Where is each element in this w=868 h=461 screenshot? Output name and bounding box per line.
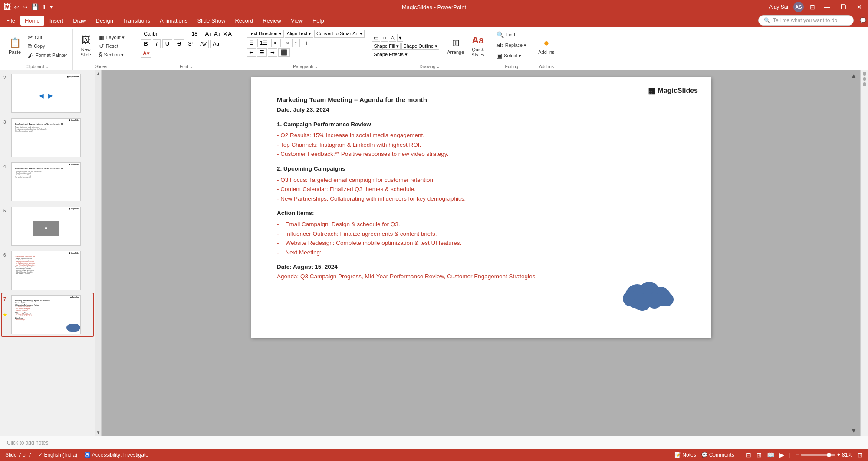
section-button[interactable]: § Section ▾: [97, 50, 126, 59]
copy-button[interactable]: ⧉ Copy: [26, 42, 69, 51]
menu-draw[interactable]: Draw: [69, 16, 90, 26]
slide-panel: 2 ▦ MagicSlides ◀ ▶ 3 ▦ MagicSlides Prof…: [0, 70, 95, 436]
normal-view-btn[interactable]: ⊟: [746, 451, 751, 458]
align-right-btn[interactable]: ➡: [268, 48, 277, 57]
reading-view-btn[interactable]: 📖: [767, 451, 774, 458]
minimize-btn[interactable]: —: [821, 3, 832, 11]
customize-btn[interactable]: ▾: [50, 4, 53, 10]
justify-btn[interactable]: ⬛: [278, 48, 290, 57]
convert-smartart-btn[interactable]: Convert to SmartArt ▾: [314, 30, 365, 38]
comments-btn-label: Comments: [709, 452, 734, 458]
numbering-btn[interactable]: 1☰: [257, 39, 270, 47]
slide-num-3: 3: [3, 120, 10, 125]
bullets-btn[interactable]: ☰: [247, 39, 256, 47]
slide-date: Date: July 23, 2024: [277, 105, 685, 115]
font-family-input[interactable]: Calibri: [141, 30, 184, 38]
shape-triangle[interactable]: △: [389, 34, 396, 42]
zoom-out-btn[interactable]: −: [796, 452, 799, 458]
menu-slideshow[interactable]: Slide Show: [193, 16, 230, 26]
menu-help[interactable]: Help: [308, 16, 329, 26]
slide-sorter-btn[interactable]: ⊞: [756, 451, 762, 458]
menu-home[interactable]: Home: [20, 16, 44, 26]
menu-design[interactable]: Design: [92, 16, 118, 26]
notes-btn[interactable]: 📝 Notes: [674, 452, 696, 458]
slide-thumb-7[interactable]: 7 ▦ MagicSlides Marketing Team Meeting –…: [2, 293, 93, 336]
replace-button[interactable]: ab Replace ▾: [495, 41, 528, 49]
font-size-input[interactable]: 18: [186, 30, 203, 38]
comments-icon[interactable]: 💬: [860, 17, 866, 23]
addins-button[interactable]: ● Add-ins: [536, 33, 557, 59]
tell-me-input[interactable]: 🔍 Tell me what you want to do: [758, 15, 854, 26]
columns-btn[interactable]: ⫼: [301, 39, 311, 47]
slideshow-btn[interactable]: ▶: [779, 451, 784, 458]
shape-effects-btn[interactable]: Shape Effects ▾: [372, 51, 409, 58]
menu-animations[interactable]: Animations: [155, 16, 192, 26]
italic-btn[interactable]: I: [153, 39, 161, 48]
strikethrough-btn[interactable]: S: [174, 39, 184, 48]
zoom-slider[interactable]: [801, 454, 835, 456]
align-center-btn[interactable]: ☰: [257, 48, 267, 57]
underline-btn[interactable]: U: [162, 39, 173, 48]
quick-save-btn[interactable]: ⬆: [42, 4, 46, 10]
redo-btn[interactable]: ↪: [23, 3, 28, 10]
paste-button[interactable]: 📋 Paste: [5, 33, 24, 59]
font-increase-btn[interactable]: A↑: [205, 30, 212, 37]
notes-bar[interactable]: Click to add notes: [0, 436, 868, 449]
arrange-button[interactable]: ⊞ Arrange: [444, 33, 467, 59]
new-slide-button[interactable]: 🖼 NewSlide: [76, 33, 95, 59]
fit-slide-btn[interactable]: ⊡: [858, 451, 863, 458]
shape-circle[interactable]: ○: [381, 34, 388, 42]
zoom-in-btn[interactable]: +: [837, 452, 840, 458]
user-avatar[interactable]: AS: [793, 2, 804, 12]
ribbon-display-btn[interactable]: ⊟: [810, 3, 815, 10]
accessibility-btn[interactable]: ♿ Accessibility: Investigate: [84, 452, 148, 458]
align-left-btn[interactable]: ⬅: [247, 48, 256, 57]
shape-rect[interactable]: ▭: [372, 34, 380, 42]
text-shadow-btn[interactable]: S⁺: [186, 40, 196, 48]
comments-btn[interactable]: 💬 Comments: [701, 452, 734, 458]
close-btn[interactable]: ✕: [854, 3, 865, 11]
maximize-btn[interactable]: ⧠: [838, 3, 849, 11]
quick-styles-button[interactable]: Aa QuickStyles: [468, 33, 487, 59]
format-painter-button[interactable]: 🖌 Format Painter: [26, 51, 69, 59]
find-button[interactable]: 🔍 Find: [495, 30, 516, 39]
undo-btn[interactable]: ↩: [14, 3, 19, 10]
menu-file[interactable]: File: [2, 16, 20, 26]
menu-insert[interactable]: Insert: [45, 16, 68, 26]
slide-thumb-5[interactable]: 5 ▦ MagicSlides 🏔: [2, 205, 93, 247]
scroll-down-arrow[interactable]: ▼: [96, 430, 101, 435]
menu-review[interactable]: Review: [258, 16, 286, 26]
clear-format-btn[interactable]: ✕A: [223, 30, 232, 37]
menu-view[interactable]: View: [286, 16, 307, 26]
format-painter-icon: 🖌: [28, 52, 34, 59]
menu-record[interactable]: Record: [230, 16, 257, 26]
slide-thumb-3[interactable]: 3 ▦ MagicSlides Professional Presentatio…: [2, 116, 93, 159]
scroll-down-canvas[interactable]: ▼: [851, 427, 857, 434]
reset-button[interactable]: ↺ Reset: [97, 42, 126, 50]
scroll-up-canvas[interactable]: ▲: [851, 72, 857, 79]
cut-button[interactable]: ✂ Cut: [26, 33, 69, 42]
align-text-btn[interactable]: Align Text ▾: [285, 30, 314, 38]
right-panel-dot1: [863, 72, 866, 76]
layout-button[interactable]: ▦ Layout ▾: [97, 33, 126, 42]
slide-thumb-2[interactable]: 2 ▦ MagicSlides ◀ ▶: [2, 72, 93, 115]
slide-thumb-6[interactable]: 6 ▦ MagicSlides Getting There. Formattin…: [2, 249, 93, 292]
line-spacing-btn[interactable]: ↕: [292, 39, 300, 47]
shape-fill-btn[interactable]: Shape Fill ▾: [372, 43, 401, 50]
save-btn[interactable]: 💾: [31, 3, 39, 10]
text-color-btn[interactable]: A▾: [141, 49, 151, 58]
decrease-indent-btn[interactable]: ⇤: [271, 39, 281, 47]
font-size2-btn[interactable]: Aa: [210, 40, 221, 48]
font-decrease-btn[interactable]: A↓: [214, 30, 221, 37]
shape-outline-btn[interactable]: Shape Outline ▾: [401, 43, 439, 50]
menu-transitions[interactable]: Transitions: [118, 16, 155, 26]
text-direction-btn[interactable]: Text Direction ▾: [247, 30, 284, 38]
char-spacing-btn[interactable]: AV: [198, 40, 209, 48]
select-button[interactable]: ▣ Select ▾: [495, 51, 523, 60]
shape-more[interactable]: ▾: [397, 34, 403, 42]
scroll-up-arrow[interactable]: ▲: [96, 71, 101, 76]
bold-btn[interactable]: B: [141, 39, 151, 48]
slide-thumb-4[interactable]: 4 ▦ MagicSlides Professional Presentatio…: [2, 161, 93, 203]
increase-indent-btn[interactable]: ⇥: [282, 39, 291, 47]
slide-canvas[interactable]: ▦ MagicSlides Marketing Team Meeting – A…: [251, 77, 711, 338]
